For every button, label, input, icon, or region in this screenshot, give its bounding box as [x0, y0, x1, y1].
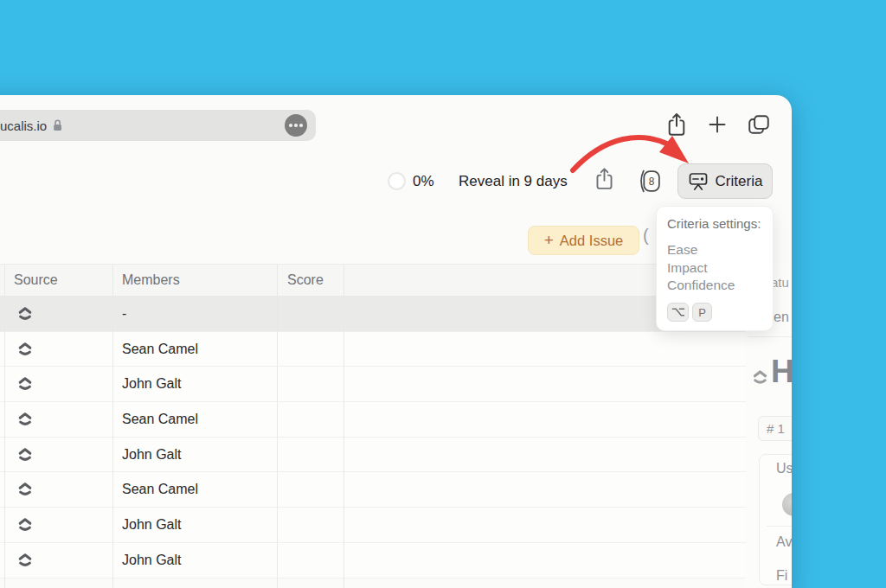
criteria-icon: [688, 172, 709, 191]
users-label-fragment: Us: [776, 461, 792, 476]
option-key-icon: [667, 303, 689, 322]
panel-card: Us Av Fi: [759, 454, 792, 585]
average-label-fragment: Av: [776, 534, 792, 550]
reveal-countdown-label[interactable]: Reveal in 9 days: [459, 173, 568, 190]
address-bar[interactable]: ucalis.io: [0, 110, 316, 141]
card-divider: [767, 526, 792, 527]
browser-share-icon[interactable]: [666, 112, 687, 137]
clickup-source-icon: [16, 305, 34, 323]
p-key-badge: P: [692, 303, 712, 322]
column-header-score[interactable]: Score: [277, 272, 343, 288]
occluded-element-fragment: (: [643, 226, 649, 246]
members-cell[interactable]: Sean Camel: [112, 342, 277, 357]
table-grid-line: [277, 264, 278, 588]
clickup-source-icon: [16, 341, 34, 358]
clickup-source-icon: [16, 411, 34, 428]
clickup-source-icon: [16, 481, 34, 498]
members-cell[interactable]: John Galt: [112, 447, 277, 463]
new-tab-icon[interactable]: [707, 114, 728, 135]
table-grid-line: [343, 264, 344, 588]
boards-count-label: 8: [649, 176, 655, 188]
clickup-source-icon: [16, 375, 34, 393]
avatar[interactable]: [782, 493, 792, 516]
clickup-source-icon: [16, 516, 34, 534]
issue-id-badge[interactable]: # 1: [758, 416, 792, 441]
panel-heading-fragment: H: [771, 354, 792, 390]
panel-divider: [748, 336, 792, 337]
members-cell[interactable]: John Galt: [112, 553, 277, 568]
members-cell[interactable]: John Galt: [112, 376, 277, 392]
tab-overview-icon[interactable]: [747, 113, 771, 136]
members-cell[interactable]: Sean Camel: [112, 412, 277, 427]
members-cell[interactable]: Sean Camel: [112, 482, 277, 497]
clickup-source-icon: [16, 446, 34, 463]
add-issue-button[interactable]: + Add Issue: [528, 226, 639, 255]
criteria-settings-tooltip: Criteria settings: Ease Impact Confidenc…: [656, 206, 774, 331]
cutoff-text-fragment: en: [774, 310, 789, 325]
share-icon[interactable]: [594, 166, 614, 191]
tooltip-item-confidence: Confidence: [667, 277, 762, 295]
issue-id-fragment: # 1: [767, 421, 785, 436]
clickup-source-icon: [16, 552, 34, 569]
cutoff-text-fragment: atu: [771, 275, 789, 290]
progress-label: 0%: [413, 173, 434, 190]
members-cell[interactable]: -: [112, 306, 277, 322]
criteria-button-label: Criteria: [716, 173, 763, 190]
table-grid-line: [4, 264, 5, 588]
add-issue-label: Add Issue: [560, 233, 623, 249]
tooltip-title: Criteria settings:: [667, 216, 762, 231]
browser-window: ucalis.io 0%: [0, 95, 792, 588]
desktop-background: ucalis.io 0%: [0, 0, 886, 588]
lock-icon: [52, 118, 63, 132]
final-label-fragment: Fi: [776, 568, 787, 584]
plus-icon: +: [544, 231, 554, 250]
members-cell[interactable]: John Galt: [112, 517, 277, 533]
tooltip-item-ease: Ease: [667, 241, 762, 259]
table-grid-line: [112, 264, 113, 588]
criteria-button[interactable]: Criteria: [677, 163, 773, 199]
column-header-members[interactable]: Members: [112, 272, 277, 288]
reader-options-button[interactable]: [285, 114, 307, 137]
clickup-source-icon: [751, 368, 769, 387]
url-text: ucalis.io: [0, 118, 47, 133]
progress-ring: [388, 172, 406, 190]
boards-count-icon[interactable]: 8: [635, 167, 663, 195]
column-header-source[interactable]: Source: [0, 272, 112, 288]
tooltip-item-impact: Impact: [667, 259, 762, 278]
